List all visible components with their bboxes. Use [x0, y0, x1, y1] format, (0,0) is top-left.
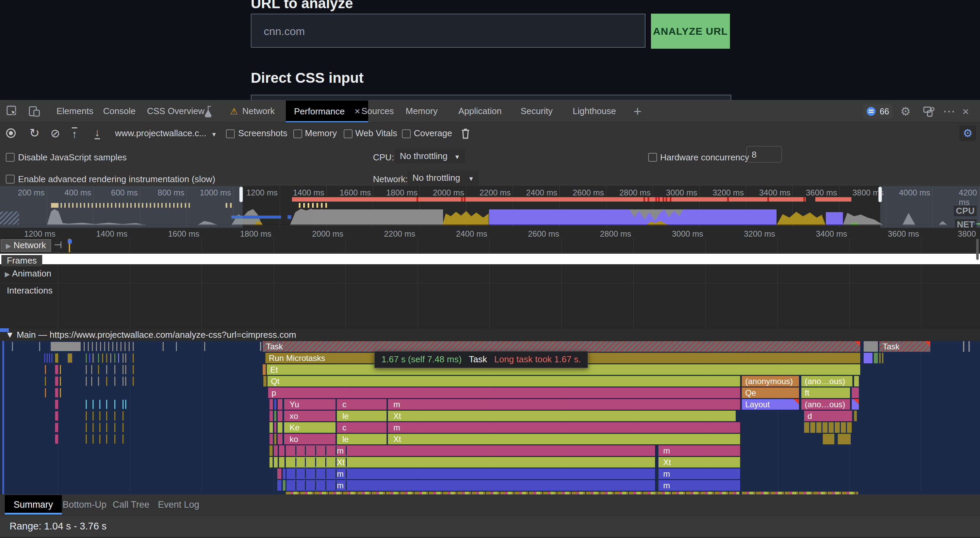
memory-checkbox[interactable]	[293, 129, 302, 138]
save-profile-icon[interactable]: ↓	[95, 127, 100, 139]
main-thread-header[interactable]: ▼ Main — https://www.projectwallace.com/…	[0, 328, 980, 341]
close-tab-icon[interactable]: ×	[355, 106, 360, 117]
network-track-label[interactable]: ▶ Network	[1, 239, 51, 252]
flame-bar-c[interactable]: c	[337, 422, 387, 433]
flame-bar-layout[interactable]: Layout	[742, 399, 799, 410]
track-network[interactable]: ▶ Network ⊣	[0, 239, 980, 253]
flame-bar-ko[interactable]: ko	[284, 434, 336, 444]
flame-bar[interactable]	[810, 422, 815, 433]
flame-bar-m[interactable]: m	[659, 445, 740, 456]
flame-bar[interactable]	[742, 492, 858, 495]
selection-handle[interactable]	[239, 187, 243, 202]
tab-memory[interactable]: Memory	[406, 101, 438, 122]
tab-css-overview[interactable]: CSS Overview	[147, 101, 205, 122]
tab-event-log[interactable]: Event Log	[149, 495, 208, 514]
flame-bar[interactable]	[823, 434, 834, 444]
panel-settings-gear-icon[interactable]: ⚙	[959, 125, 976, 141]
flame-bar[interactable]	[269, 434, 273, 444]
issues-badge[interactable]: 66	[863, 104, 892, 119]
reload-record-icon[interactable]: ↻	[29, 123, 40, 144]
flame-bar-m[interactable]: m	[659, 469, 740, 479]
flame-bar-xt[interactable]: Xt	[659, 457, 740, 468]
flame-bar[interactable]	[269, 411, 273, 421]
flame-bar[interactable]	[278, 399, 282, 410]
flame-bar[interactable]	[874, 353, 878, 363]
flame-bar[interactable]	[279, 457, 285, 468]
flame-bar-m[interactable]: m	[388, 399, 740, 410]
flame-bar[interactable]	[841, 422, 846, 433]
flame-bar[interactable]	[804, 422, 809, 433]
flame-bar-m[interactable]: m	[388, 422, 740, 433]
hardware-concurrency-input[interactable]: 8	[746, 146, 782, 163]
screenshots-checkbox[interactable]	[226, 129, 235, 138]
flame-bar[interactable]	[277, 480, 282, 491]
chevron-down-icon[interactable]: ▼	[211, 131, 217, 138]
clear-icon[interactable]: ⊘	[50, 123, 60, 144]
trash-icon[interactable]	[460, 128, 471, 139]
flame-bar[interactable]	[963, 341, 964, 352]
flame-bar[interactable]	[864, 341, 878, 352]
flame-bar-m[interactable]: m	[286, 480, 655, 491]
tab-network[interactable]: Network	[242, 101, 275, 122]
network-throttle-select[interactable]: No throttling ▼	[408, 171, 479, 185]
flame-bar[interactable]	[269, 399, 273, 410]
flame-bar[interactable]	[269, 457, 272, 468]
more-options-icon[interactable]: ⋯	[943, 101, 955, 122]
inspect-icon[interactable]	[6, 105, 19, 118]
flame-bar-le[interactable]: le	[337, 411, 387, 421]
tab-performance[interactable]: Performance ×	[286, 101, 368, 122]
more-tabs-icon[interactable]: +	[633, 101, 641, 122]
flame-bar[interactable]	[283, 480, 285, 491]
flame-bar-d[interactable]: d	[804, 411, 852, 421]
track-frames[interactable]: Frames	[0, 253, 980, 265]
flame-bar-task[interactable]: Task	[263, 341, 860, 352]
flame-bar-m[interactable]: m	[286, 445, 655, 456]
coverage-checkbox[interactable]	[402, 129, 411, 138]
device-toolbar-icon[interactable]	[28, 105, 41, 118]
flame-bar[interactable]	[269, 422, 273, 433]
record-icon[interactable]	[6, 128, 16, 138]
flame-bar[interactable]	[269, 445, 272, 456]
settings-gear-icon[interactable]: ⚙	[900, 101, 911, 122]
flame-bar-xt[interactable]: Xt	[388, 411, 736, 421]
flame-bar[interactable]	[829, 422, 834, 433]
flame-bar-ke[interactable]: Ke	[284, 422, 336, 433]
flame-bar-ft[interactable]: ft	[801, 388, 850, 398]
flame-bar-qt[interactable]: Qt	[267, 376, 740, 386]
advanced-rendering-checkbox[interactable]	[6, 175, 14, 184]
tab-summary[interactable]: Summary	[5, 495, 62, 514]
flame-bar-anoous[interactable]: (ano…ous)	[801, 376, 853, 386]
flame-bar[interactable]	[852, 399, 859, 410]
cpu-throttle-select[interactable]: No throttling ▼	[395, 149, 465, 163]
flame-bar[interactable]	[263, 376, 266, 386]
flame-bar[interactable]	[278, 411, 282, 421]
devices-icon[interactable]	[923, 106, 935, 118]
flame-bar-qe[interactable]: Qe	[742, 388, 799, 398]
flame-bar[interactable]	[278, 422, 282, 433]
flame-bar[interactable]	[286, 492, 740, 495]
flame-bar[interactable]	[854, 376, 859, 386]
flame-bar[interactable]	[854, 411, 857, 421]
flame-bar[interactable]	[852, 388, 859, 398]
flame-bar-le[interactable]: le	[337, 434, 387, 444]
tab-application[interactable]: Application	[458, 101, 501, 122]
flame-bar[interactable]	[822, 422, 827, 433]
tab-security[interactable]: Security	[520, 101, 553, 122]
flame-bar-yu[interactable]: Yu	[284, 399, 336, 410]
analyze-url-button[interactable]: ANALYZE URL	[651, 14, 730, 49]
flame-bar[interactable]	[274, 411, 276, 421]
disable-js-checkbox[interactable]	[6, 153, 14, 162]
flame-bar-xt[interactable]: Xt	[286, 457, 655, 468]
flame-bar[interactable]	[278, 434, 282, 444]
flame-bar[interactable]	[882, 353, 883, 363]
tab-console[interactable]: Console	[103, 101, 135, 122]
tab-elements[interactable]: Elements	[56, 101, 93, 122]
flame-bar[interactable]	[274, 457, 278, 468]
flame-bar-m[interactable]: m	[286, 469, 655, 479]
flame-bar[interactable]	[969, 341, 970, 352]
flame-bar[interactable]	[274, 399, 276, 410]
flame-bar[interactable]	[274, 434, 276, 444]
flame-bar[interactable]	[879, 353, 881, 363]
flame-bar[interactable]	[816, 422, 821, 433]
url-analyze-input[interactable]: cnn.com	[251, 14, 646, 48]
